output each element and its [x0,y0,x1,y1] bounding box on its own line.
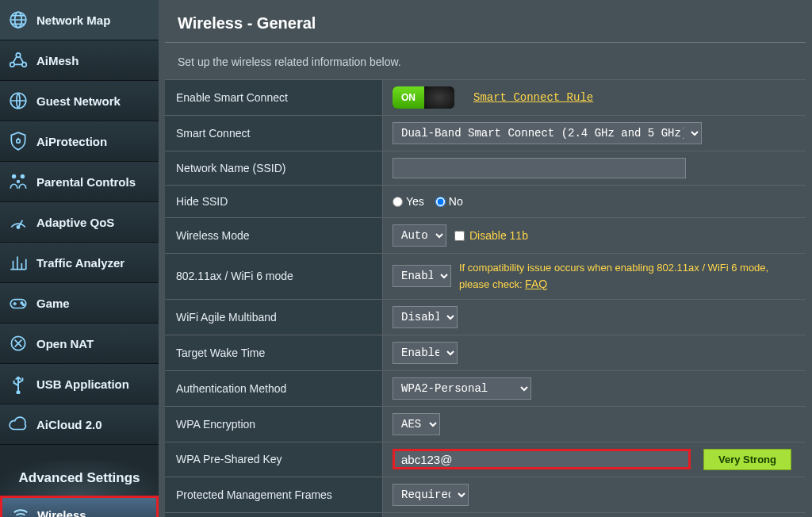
toggle-on-label: ON [393,86,424,109]
nav-network-map[interactable]: Network Map [0,0,159,40]
wifi-icon [12,506,29,517]
label-group-key-interval: Group Key Rotation Interval [165,513,383,518]
row-pmf: Protected Management Frames Required [165,477,806,512]
mesh-icon [8,50,29,71]
globe-icon [8,10,29,30]
label-ssid: Network Name (SSID) [165,151,383,185]
nat-icon [8,333,29,354]
row-ssid: Network Name (SSID) [165,151,806,185]
svg-point-12 [21,302,22,304]
nav-label: Wireless [37,508,86,518]
row-agile-multiband: WiFi Agile Multiband Disable [165,299,806,335]
label-pmf: Protected Management Frames [165,477,383,512]
label-wpa-psk: WPA Pre-Shared Key [165,442,383,477]
select-agile-multiband[interactable]: Disable [393,306,458,328]
link-smart-connect-rule[interactable]: Smart Connect Rule [473,91,593,104]
page-subtitle: Set up the wireless related information … [159,43,812,79]
svg-point-8 [21,174,25,178]
label-wireless-mode: Wireless Mode [165,218,383,253]
radio-hide-ssid-no[interactable]: No [435,195,463,208]
nav-usb-application[interactable]: USB Application [0,364,159,404]
svg-point-7 [12,174,16,178]
nav-parental-controls[interactable]: Parental Controls [0,162,159,202]
row-hide-ssid: Hide SSID Yes No [165,185,806,217]
family-icon [8,171,29,192]
cloud-icon [8,414,29,435]
label-auth-method: Authentication Method [165,371,383,406]
row-smart-connect: Smart Connect Dual-Band Smart Connect (2… [165,115,806,151]
input-wpa-psk[interactable] [393,449,691,469]
nav-label: AiProtection [36,135,107,148]
svg-point-2 [16,53,20,57]
wifi6-info: If compatibility issue occurs when enabl… [459,260,776,293]
toggle-knob [424,86,454,109]
nav-game[interactable]: Game [0,283,159,324]
psk-strength-badge: Very Strong [703,449,791,470]
nav-label: Game [36,297,70,310]
nav-adaptive-qos[interactable]: Adaptive QoS [0,202,159,243]
nav-aicloud[interactable]: AiCloud 2.0 [0,404,159,445]
nav-label: Traffic Analyzer [36,256,124,270]
sidebar: Network Map AiMesh Guest Network AiProte… [0,0,159,517]
label-target-wake-time: Target Wake Time [165,335,383,370]
input-ssid[interactable] [393,158,686,178]
select-wifi6-mode[interactable]: Enable [393,265,451,287]
guest-icon [8,90,29,111]
toggle-smart-connect[interactable]: ON [393,86,454,109]
label-smart-connect: Smart Connect [165,116,383,151]
row-wireless-mode: Wireless Mode Auto Disable 11b [165,217,806,253]
row-enable-smart-connect: Enable Smart Connect ON Smart Connect Ru… [165,79,806,115]
nav-label: USB Application [36,377,129,391]
page-title: Wireless - General [159,0,812,39]
svg-point-15 [17,391,19,393]
nav-label: AiMesh [36,54,79,67]
select-wireless-mode[interactable]: Auto [393,224,446,247]
label-agile-multiband: WiFi Agile Multiband [165,300,383,335]
svg-rect-6 [17,140,20,143]
link-faq[interactable]: FAQ [525,278,547,290]
checkbox-disable-11b[interactable]: Disable 11b [454,229,528,242]
gamepad-icon [8,293,29,313]
label-wifi6-mode: 802.11ax / WiFi 6 mode [165,254,383,299]
row-wpa-encryption: WPA Encryption AES [165,406,806,442]
svg-point-9 [17,180,20,183]
nav-label: Network Map [36,13,110,27]
nav-traffic-analyzer[interactable]: Traffic Analyzer [0,243,159,283]
select-wpa-encryption[interactable]: AES [393,413,440,435]
select-auth-method[interactable]: WPA2-Personal [393,377,531,400]
usb-icon [8,373,29,394]
select-pmf[interactable]: Required [393,484,469,506]
nav-label: Adaptive QoS [36,216,114,229]
nav-wireless[interactable]: Wireless [0,496,159,517]
row-wpa-psk: WPA Pre-Shared Key Very Strong [165,442,806,477]
nav-label: Parental Controls [36,175,136,189]
label-wpa-encryption: WPA Encryption [165,407,383,442]
row-target-wake-time: Target Wake Time Enable [165,335,806,370]
chart-icon [8,252,29,273]
select-smart-connect[interactable]: Dual-Band Smart Connect (2.4 GHz and 5 G… [393,122,702,144]
svg-point-10 [17,226,19,228]
nav-label: AiCloud 2.0 [36,418,102,431]
settings-table: Enable Smart Connect ON Smart Connect Ru… [165,79,806,517]
nav-guest-network[interactable]: Guest Network [0,81,159,121]
label-hide-ssid: Hide SSID [165,186,383,217]
advanced-settings-header: Advanced Settings [0,461,159,496]
row-wifi6-mode: 802.11ax / WiFi 6 mode Enable If compati… [165,253,806,299]
gauge-icon [8,212,29,232]
radio-hide-ssid-yes[interactable]: Yes [393,195,424,208]
nav-label: Guest Network [36,94,121,108]
nav-label: Open NAT [36,337,94,350]
row-group-key-interval: Group Key Rotation Interval [165,512,806,518]
nav-aiprotection[interactable]: AiProtection [0,121,159,162]
row-auth-method: Authentication Method WPA2-Personal [165,370,806,406]
nav-aimesh[interactable]: AiMesh [0,40,159,81]
main-panel: Wireless - General Set up the wireless r… [159,0,812,517]
nav-open-nat[interactable]: Open NAT [0,324,159,364]
shield-icon [8,131,29,151]
select-target-wake-time[interactable]: Enable [393,342,458,364]
label-enable-smart-connect: Enable Smart Connect [165,80,383,115]
svg-point-13 [22,304,24,305]
